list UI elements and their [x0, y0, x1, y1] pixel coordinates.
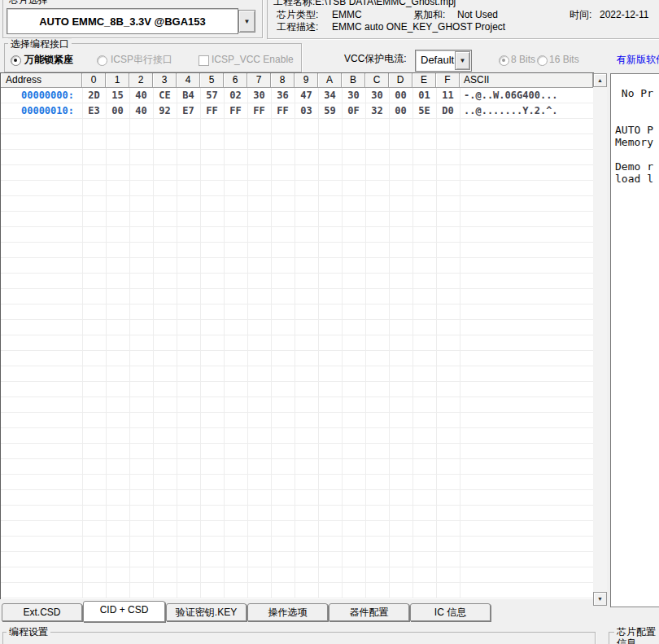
tab-device-config[interactable]: 器件配置: [329, 603, 409, 621]
hex-byte-cell[interactable]: 57: [200, 88, 224, 103]
new-version-link[interactable]: 有新版软件: [617, 54, 659, 65]
vcc-current-combobox[interactable]: Default ▼: [415, 50, 472, 72]
hex-header-cell[interactable]: 1: [106, 73, 129, 88]
tab-cid-csd[interactable]: CID + CSD: [83, 601, 165, 622]
chip-select-value: AUTO EMMC_8B_3.3V @BGA153: [39, 15, 206, 28]
hex-byte-cell[interactable]: 01: [412, 88, 436, 103]
status-panel: No Pr AUTO P Memory Demo r load l: [610, 73, 659, 607]
hex-byte-cell[interactable]: FF: [200, 103, 224, 119]
hex-byte-cell[interactable]: FF: [247, 103, 271, 119]
time-value: 2022-12-11: [600, 9, 649, 20]
scroll-down-icon: ▼: [597, 596, 603, 602]
hex-byte-cell[interactable]: 0F: [342, 103, 365, 119]
icsp-vcc-enable-label: ICSP_VCC Enable: [212, 54, 294, 65]
interface-group-label: 选择编程接口: [8, 38, 72, 50]
vcc-dropdown-button[interactable]: ▼: [455, 51, 470, 70]
hex-header-cell[interactable]: 3: [153, 73, 177, 88]
hex-header-cell[interactable]: F: [436, 73, 460, 88]
hex-header-cell[interactable]: 2: [129, 73, 153, 88]
hex-byte-cell[interactable]: 15: [106, 88, 129, 103]
hex-header-cell[interactable]: 7: [247, 73, 271, 88]
hex-header-cell[interactable]: 4: [177, 73, 200, 88]
hex-header-cell[interactable]: Address: [1, 73, 82, 88]
hex-byte-cell[interactable]: 30: [247, 88, 271, 103]
hex-header-cell[interactable]: E: [412, 73, 436, 88]
tab-operation-options[interactable]: 操作选项: [247, 603, 328, 621]
hex-byte-cell[interactable]: FF: [224, 103, 247, 119]
universal-socket-radio[interactable]: [11, 55, 21, 66]
hex-header-cell[interactable]: D: [389, 73, 412, 88]
hex-byte-cell[interactable]: CE: [153, 88, 177, 103]
bits16-radio: [537, 55, 548, 66]
hex-row: 00000010:E3004092E7FFFFFFFF03590F32005ED…: [1, 103, 593, 119]
hex-byte-cell[interactable]: 00: [106, 103, 129, 119]
hex-byte-cell[interactable]: FF: [271, 103, 295, 119]
hex-header-cell[interactable]: C: [365, 73, 389, 88]
hex-byte-cell[interactable]: 30: [365, 88, 389, 103]
hex-byte-cell[interactable]: 30: [342, 88, 365, 103]
universal-socket-radio-label[interactable]: 万能锁紧座: [24, 54, 73, 65]
hex-byte-cell[interactable]: 11: [436, 88, 460, 103]
project-name-line: 工程名称:E:\TSB DATA\EMMC_Ghost.mpj: [273, 0, 456, 7]
chip-type-label: 芯片类型:: [277, 9, 318, 20]
hex-byte-cell[interactable]: 00: [389, 103, 412, 119]
hex-header-cell[interactable]: B: [342, 73, 365, 88]
checksum-label: 累加和:: [413, 9, 445, 20]
chevron-down-icon: ▼: [460, 57, 466, 64]
hex-byte-cell[interactable]: 02: [224, 88, 247, 103]
scroll-up-button[interactable]: ▲: [593, 73, 607, 87]
hex-byte-cell[interactable]: 03: [295, 103, 318, 119]
hex-address[interactable]: 00000000:: [1, 88, 82, 103]
hex-byte-cell[interactable]: 92: [153, 103, 177, 119]
hex-byte-cell[interactable]: 32: [365, 103, 389, 119]
tab-ext-csd[interactable]: Ext.CSD: [2, 603, 82, 621]
vcc-current-value: Default: [421, 54, 454, 66]
hex-header-cell[interactable]: 8: [271, 73, 295, 88]
hex-byte-cell[interactable]: B4: [177, 88, 200, 103]
hex-header-cell[interactable]: 6: [224, 73, 247, 88]
tab-verify-key[interactable]: 验证密钥.KEY: [166, 603, 247, 621]
icsp-serial-radio-label: ICSP串行接口: [111, 54, 172, 65]
bottom-tabbar: Ext.CSDCID + CSD验证密钥.KEY操作选项器件配置IC 信息: [2, 603, 491, 622]
scroll-up-icon: ▲: [597, 77, 603, 83]
chip-select-group-label: 芯片选择: [7, 0, 50, 6]
hex-ascii-cell[interactable]: ..@.......Y.2.^.: [460, 103, 593, 119]
chip-config-info-label: 芯片配置信息: [614, 626, 659, 644]
hex-byte-cell[interactable]: 36: [271, 88, 295, 103]
status-panel-text: No Pr AUTO P Memory Demo r load l: [611, 74, 659, 185]
hex-vertical-scrollbar[interactable]: ▲ ▼: [593, 73, 607, 606]
hex-ascii-cell[interactable]: -.@..W.06G400...: [460, 88, 593, 103]
tab-ic-info[interactable]: IC 信息: [410, 603, 491, 621]
hex-header-cell[interactable]: A: [318, 73, 342, 88]
hex-row: 00000000:2D1540CEB4570230364734303000011…: [1, 88, 593, 103]
hex-byte-cell[interactable]: 2D: [82, 88, 106, 103]
hex-byte-cell[interactable]: E7: [177, 103, 200, 119]
chip-select-dropdown-button[interactable]: ▼: [238, 10, 255, 33]
bits16-radio-label: 16 Bits: [549, 54, 579, 65]
hex-grid-vlines: [82, 88, 461, 598]
chip-select-combobox[interactable]: AUTO EMMC_8B_3.3V @BGA153: [7, 8, 238, 34]
hex-byte-cell[interactable]: 40: [129, 103, 153, 119]
hex-byte-cell[interactable]: 40: [129, 88, 153, 103]
app-window: 芯片选择 AUTO EMMC_8B_3.3V @BGA153 ▼ 工程名称:E:…: [0, 0, 659, 644]
hex-byte-cell[interactable]: D0: [436, 103, 460, 119]
hex-header-cell[interactable]: 0: [82, 73, 106, 88]
vcc-current-label: VCC保护电流:: [344, 53, 407, 64]
programming-settings-label: 编程设置: [7, 626, 50, 637]
hex-byte-cell[interactable]: E3: [82, 103, 106, 119]
bits8-radio-label: 8 Bits: [511, 54, 535, 65]
hex-header-cell[interactable]: 9: [295, 73, 318, 88]
hex-address[interactable]: 00000010:: [1, 103, 82, 119]
hex-byte-cell[interactable]: 59: [318, 103, 342, 119]
hex-byte-cell[interactable]: 00: [389, 88, 412, 103]
hex-header-cell[interactable]: ASCII: [460, 73, 593, 88]
scroll-down-button[interactable]: ▼: [593, 592, 607, 606]
checksum-value: Not Used: [457, 9, 498, 20]
hex-byte-cell[interactable]: 47: [295, 88, 318, 103]
programming-settings-group: [2, 632, 596, 644]
icsp-serial-radio: [97, 55, 107, 66]
project-desc-value: EMMC auto ONE_KEY_GHOST Project: [332, 21, 505, 33]
hex-header-cell[interactable]: 5: [200, 73, 224, 88]
hex-byte-cell[interactable]: 34: [318, 88, 342, 103]
hex-byte-cell[interactable]: 5E: [412, 103, 436, 119]
